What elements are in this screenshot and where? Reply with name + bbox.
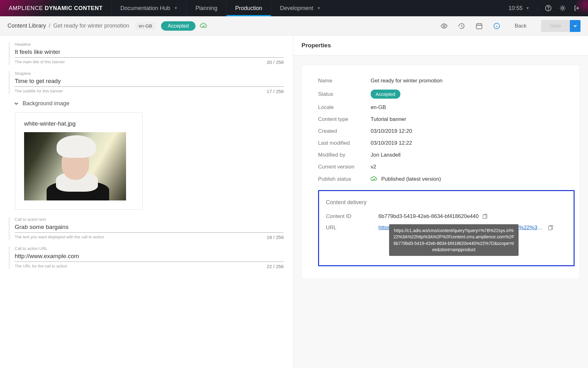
headline-input[interactable]: It feels like winter: [15, 49, 284, 58]
field-label: Call to action text: [15, 217, 286, 222]
cta-text-input[interactable]: Grab some bargains: [15, 224, 284, 233]
cloud-published-icon: [371, 176, 378, 183]
delivery-key: Content ID: [326, 213, 378, 220]
prop-row-name: Name Get ready for winter promotion: [318, 78, 563, 84]
prop-row-publish-status: Publish status Published (latest version…: [318, 176, 563, 183]
field-label: Headline: [15, 42, 286, 47]
prop-value: Tutorial banner: [371, 116, 406, 122]
nav-production[interactable]: Production: [226, 0, 271, 16]
breadcrumb-root[interactable]: Content Library: [8, 23, 46, 29]
prop-row-modified-by: Modified by Jon Lansdell: [318, 152, 563, 158]
prop-value: Jon Lansdell: [371, 152, 400, 158]
prop-key: Publish status: [318, 176, 371, 182]
prop-key: Last modified: [318, 140, 371, 146]
history-icon[interactable]: [458, 22, 465, 30]
breadcrumb: Content Library / Get ready for winter p…: [8, 23, 129, 29]
nav-label: Planning: [195, 5, 217, 12]
prop-row-last-modified: Last modified 03/10/2019 12:22: [318, 140, 563, 146]
field-help: The URL for the call to action: [15, 264, 67, 269]
calendar-icon[interactable]: [475, 22, 483, 30]
field-cta-url: Call to action URL http://www.example.co…: [9, 246, 286, 269]
image-thumbnail: [24, 132, 126, 200]
prop-key: Name: [318, 78, 371, 84]
breadcrumb-sep: /: [48, 23, 52, 29]
prop-key: Current version: [318, 164, 371, 170]
delivery-row-content-id: Content ID 6b779bd3-5419-42eb-8634-bf418…: [326, 213, 567, 220]
prop-value: 03/10/2019 12:22: [371, 140, 412, 146]
prop-value: en-GB: [371, 104, 386, 111]
gear-icon[interactable]: [559, 5, 566, 12]
chevron-down-icon: ▼: [317, 6, 321, 10]
properties-card: Name Get ready for winter promotion Stat…: [302, 65, 580, 279]
nav-planning[interactable]: Planning: [186, 0, 226, 16]
clock[interactable]: 10:55 ▼: [509, 5, 537, 12]
sub-header: Content Library / Get ready for winter p…: [0, 16, 588, 36]
chevron-down-icon: ▼: [526, 6, 530, 10]
section-background-image[interactable]: Background image: [14, 100, 286, 107]
svg-rect-4: [476, 24, 482, 29]
nav-development[interactable]: Development ▼: [271, 0, 329, 16]
prop-key: Content type: [318, 116, 371, 122]
main: Headline It feels like winter The main t…: [0, 36, 588, 368]
field-label: Strapline: [15, 71, 286, 76]
svg-point-1: [548, 9, 548, 10]
field-cta-text: Call to action text Grab some bargains T…: [9, 217, 286, 240]
cloud-published-icon: [200, 22, 207, 30]
prop-value: Get ready for winter promotion: [371, 78, 443, 84]
nav-documentation-hub[interactable]: Documentation Hub ▼: [111, 0, 186, 16]
prop-row-status: Status Accepted: [318, 90, 563, 99]
info-icon[interactable]: [493, 22, 500, 30]
copy-icon[interactable]: [482, 214, 487, 219]
field-strapline: Strapline Time to get ready The subtitle…: [9, 71, 286, 94]
save-button: Save: [541, 20, 570, 32]
content-id-value: 6b779bd3-5419-42eb-8634-bf418620e440: [378, 213, 479, 220]
image-filename: white-winter-hat.jpg: [24, 120, 134, 127]
brand-text-light: AMPLIENCE: [9, 5, 43, 11]
properties-panel: Properties Name Get ready for winter pro…: [293, 36, 588, 368]
chevron-down-icon: ▼: [174, 6, 178, 10]
char-count: 18 / 256: [267, 235, 284, 240]
eye-icon[interactable]: [440, 22, 448, 30]
field-help: The main title of this banner: [15, 60, 65, 65]
svg-point-3: [443, 25, 445, 27]
cta-url-input[interactable]: http://www.example.com: [15, 253, 284, 262]
char-count: 20 / 256: [267, 60, 284, 65]
svg-point-2: [562, 7, 564, 9]
char-count: 17 / 256: [267, 89, 284, 94]
prop-value: 03/10/2019 12:20: [371, 128, 412, 134]
chevron-down-icon: [14, 101, 19, 106]
back-button[interactable]: Back: [505, 23, 537, 29]
url-tooltip: https://c1.adis.ws/cms/content/query?que…: [389, 224, 519, 256]
prop-key: Created: [318, 128, 371, 134]
time-text: 10:55: [509, 5, 523, 12]
locale-chip[interactable]: en-GB: [135, 22, 155, 30]
save-dropdown[interactable]: [570, 20, 580, 32]
top-nav: AMPLIENCE DYNAMIC CONTENT Documentation …: [0, 0, 588, 16]
brand-text-bold: DYNAMIC CONTENT: [45, 5, 103, 11]
panel-title: Properties: [293, 36, 588, 55]
char-count: 22 / 256: [267, 264, 284, 269]
brand: AMPLIENCE DYNAMIC CONTENT: [0, 5, 111, 12]
prop-row-current-version: Current version v2: [318, 164, 563, 170]
image-card[interactable]: white-winter-hat.jpg: [15, 112, 143, 210]
svg-rect-7: [549, 226, 552, 230]
prop-value: v2: [371, 164, 376, 170]
prop-row-content-type: Content type Tutorial banner: [318, 116, 563, 122]
help-icon[interactable]: [545, 5, 552, 12]
svg-rect-6: [483, 215, 486, 219]
prop-key: Modified by: [318, 152, 371, 158]
status-pill: Accepted: [161, 21, 196, 31]
nav-label: Documentation Hub: [120, 5, 170, 12]
field-help: The text you want displayed with the cal…: [15, 235, 104, 240]
strapline-input[interactable]: Time to get ready: [15, 78, 284, 87]
delivery-key: URL: [326, 225, 378, 231]
delivery-title: Content delivery: [326, 199, 567, 206]
prop-key: Locale: [318, 104, 371, 111]
breadcrumb-current: Get ready for winter promotion: [53, 23, 129, 29]
nav-label: Development: [280, 5, 313, 12]
content-delivery-box: Content delivery Content ID 6b779bd3-541…: [318, 190, 575, 266]
section-label: Background image: [23, 100, 69, 107]
copy-icon[interactable]: [547, 225, 553, 231]
save-group: Save: [541, 20, 580, 32]
brand-decor: [573, 0, 588, 17]
